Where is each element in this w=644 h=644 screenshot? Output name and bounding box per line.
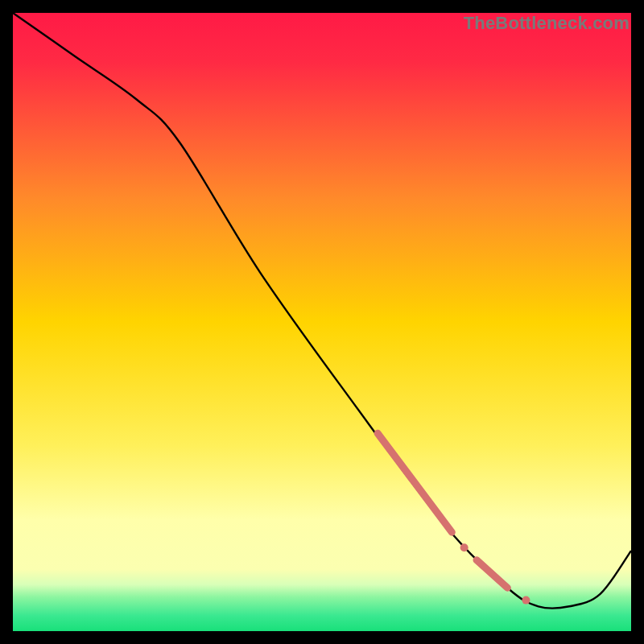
watermark-text: TheBottleneck.com	[464, 13, 630, 34]
marker-dot-1	[460, 543, 469, 551]
marker-dot-2	[522, 597, 530, 605]
gradient-background	[13, 13, 631, 631]
chart-plot	[13, 13, 631, 631]
chart-frame: TheBottleneck.com	[13, 13, 631, 631]
